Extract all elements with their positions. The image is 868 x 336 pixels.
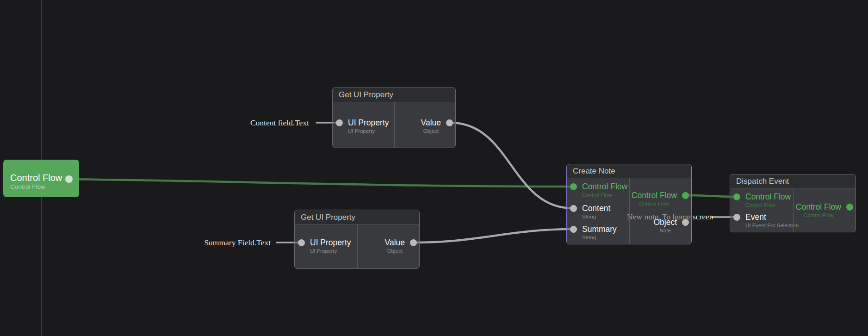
input-row-control-flow: Control Flow Control Flow bbox=[730, 193, 793, 208]
port-type-label: Note bbox=[660, 227, 671, 234]
node-header[interactable]: Get UI Property bbox=[333, 87, 455, 102]
input-port-content[interactable] bbox=[570, 205, 577, 212]
input-row-content: Content String bbox=[567, 204, 629, 220]
input-port-ui-property[interactable] bbox=[298, 239, 305, 246]
port-type-label: String bbox=[582, 213, 596, 220]
output-row-control-flow: Control Flow Control Flow bbox=[630, 191, 692, 207]
node-body: Control Flow Control Flow Event UI Event… bbox=[730, 188, 856, 232]
input-row-ui-property: UI Property UI Property bbox=[295, 238, 357, 254]
start-node-title: Control Flow bbox=[10, 173, 62, 183]
port-label: Content bbox=[582, 204, 610, 213]
port-label: Control Flow bbox=[632, 191, 677, 200]
input-row-ui-property: UI Property UI Property bbox=[333, 118, 394, 134]
node-header[interactable]: Get UI Property bbox=[295, 210, 419, 225]
port-label: Value bbox=[385, 238, 405, 247]
input-port-control-flow[interactable] bbox=[570, 183, 577, 190]
output-port-value[interactable] bbox=[446, 119, 453, 126]
port-label: Control Flow bbox=[582, 182, 627, 191]
input-port-control-flow[interactable] bbox=[733, 193, 740, 200]
start-node-titles: Control Flow Control Flow bbox=[10, 173, 62, 191]
output-row-control-flow: Control Flow Control Flow bbox=[794, 203, 856, 218]
node-create-note[interactable]: Create Note Control Flow Control Flow Co… bbox=[566, 164, 692, 244]
wire-value-bottom-to-summary[interactable] bbox=[414, 229, 573, 243]
output-port-value[interactable] bbox=[410, 239, 417, 246]
port-label: UI Property bbox=[348, 118, 389, 127]
port-type-label: Control Flow bbox=[745, 202, 775, 208]
output-row-object: Object Note bbox=[630, 218, 692, 234]
node-body: Control Flow Control Flow Content String… bbox=[567, 178, 691, 244]
input-row-summary: Summary String bbox=[567, 225, 629, 241]
annotation-content-field-text[interactable]: Content field.Text bbox=[231, 118, 309, 128]
port-label: Event bbox=[745, 213, 766, 222]
port-label: Value bbox=[421, 118, 441, 127]
output-row-value: Value Object bbox=[395, 118, 456, 134]
output-port-control-flow[interactable] bbox=[846, 204, 853, 211]
port-type-label: Control Flow bbox=[639, 200, 670, 207]
start-node-subtitle: Control Flow bbox=[10, 183, 62, 191]
port-label: UI Property bbox=[310, 238, 351, 247]
wire-layer bbox=[0, 0, 868, 336]
port-label: Summary bbox=[582, 225, 617, 234]
input-row-event: Event UI Event For Selection bbox=[730, 213, 793, 229]
node-get-ui-property-top[interactable]: Get UI Property UI Property UI Property … bbox=[332, 87, 456, 148]
port-type-label: UI Property bbox=[348, 128, 375, 134]
node-body: UI Property UI Property Value Object bbox=[333, 102, 455, 148]
wire-create-note-to-dispatch-control-flow[interactable] bbox=[686, 195, 736, 197]
port-type-label: Object bbox=[423, 128, 439, 134]
node-dispatch-event[interactable]: Dispatch Event Control Flow Control Flow… bbox=[730, 174, 856, 232]
port-type-label: String bbox=[582, 234, 596, 241]
port-label: Control Flow bbox=[745, 193, 791, 201]
wire-start-to-create-note-control-flow[interactable] bbox=[69, 179, 573, 187]
start-node-output-port[interactable] bbox=[65, 175, 73, 183]
input-port-ui-property[interactable] bbox=[336, 119, 343, 126]
port-type-label: Control Flow bbox=[582, 192, 612, 198]
node-header[interactable]: Create Note bbox=[567, 164, 691, 178]
port-label: Object bbox=[653, 218, 677, 227]
output-port-control-flow[interactable] bbox=[682, 192, 689, 199]
wire-value-top-to-content[interactable] bbox=[450, 123, 573, 208]
output-port-object[interactable] bbox=[682, 219, 689, 226]
annotation-summary-field-text[interactable]: Summary Field.Text bbox=[193, 237, 271, 248]
output-row-value: Value Object bbox=[358, 238, 420, 254]
node-header[interactable]: Dispatch Event bbox=[730, 174, 856, 188]
node-graph-canvas[interactable]: { "colors": { "canvas_bg": "#1a1a1c", "a… bbox=[0, 0, 868, 336]
node-get-ui-property-bottom[interactable]: Get UI Property UI Property UI Property … bbox=[294, 210, 420, 269]
node-body: UI Property UI Property Value Object bbox=[295, 225, 419, 268]
port-label: Control Flow bbox=[796, 203, 841, 212]
input-port-event[interactable] bbox=[733, 214, 740, 221]
port-type-label: UI Event For Selection bbox=[745, 222, 799, 229]
port-type-label: UI Property bbox=[310, 248, 337, 254]
input-row-control-flow: Control Flow Control Flow bbox=[567, 182, 629, 198]
port-type-label: Object bbox=[387, 248, 403, 254]
node-control-flow-start[interactable]: Control Flow Control Flow bbox=[3, 160, 79, 197]
input-port-summary[interactable] bbox=[570, 226, 577, 233]
port-type-label: Control Flow bbox=[804, 212, 834, 218]
